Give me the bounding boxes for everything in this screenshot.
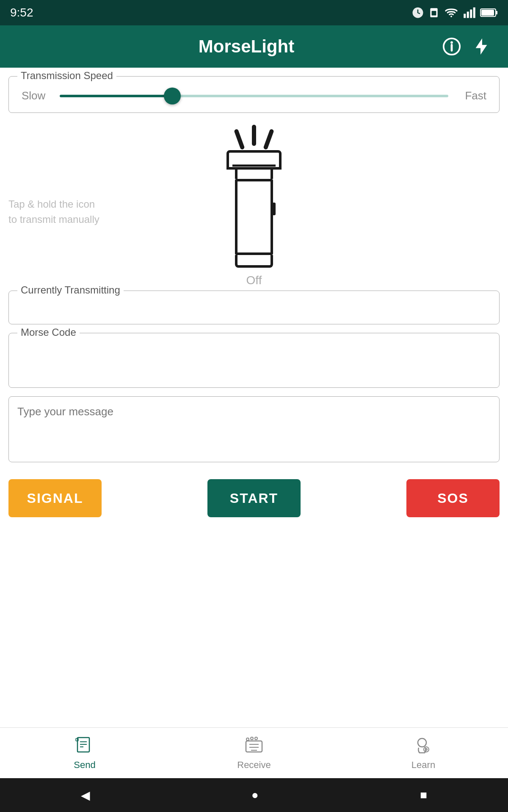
flashlight-body bbox=[226, 150, 282, 268]
learn-nav-icon bbox=[413, 736, 434, 757]
tap-hint: Tap & hold the icon to transmit manually bbox=[8, 197, 102, 227]
message-box[interactable] bbox=[8, 396, 500, 462]
svg-point-28 bbox=[424, 747, 429, 752]
receive-nav-icon bbox=[243, 736, 265, 757]
status-time: 9:52 bbox=[10, 6, 33, 19]
svg-rect-7 bbox=[473, 8, 475, 18]
flashlight-status: Off bbox=[246, 274, 262, 287]
currently-transmitting-label: Currently Transmitting bbox=[17, 284, 124, 296]
status-icons bbox=[411, 6, 498, 19]
flashlight-neck bbox=[235, 170, 273, 179]
svg-rect-4 bbox=[464, 14, 466, 18]
main-content: Transmission Speed Slow Fast Tap & hold … bbox=[0, 68, 508, 727]
sim-icon bbox=[428, 6, 439, 19]
slow-label: Slow bbox=[22, 89, 51, 102]
overlay-icon bbox=[411, 6, 424, 19]
nav-item-receive[interactable]: Receive bbox=[169, 736, 339, 771]
ray-left bbox=[234, 129, 245, 150]
svg-rect-6 bbox=[470, 10, 472, 18]
signal-icon bbox=[463, 6, 476, 19]
home-button[interactable]: ● bbox=[251, 788, 259, 802]
app-title: MorseLight bbox=[51, 36, 442, 57]
svg-point-26 bbox=[255, 737, 257, 740]
message-input[interactable] bbox=[17, 405, 491, 452]
transmission-speed-label: Transmission Speed bbox=[17, 70, 116, 82]
flashlight-head bbox=[226, 150, 282, 170]
flashlight-section: Tap & hold the icon to transmit manually… bbox=[8, 126, 500, 286]
svg-rect-10 bbox=[481, 10, 494, 16]
ray-right bbox=[263, 129, 274, 150]
system-nav: ◀ ● ■ bbox=[0, 778, 508, 812]
wifi-icon bbox=[444, 6, 459, 19]
svg-point-3 bbox=[450, 16, 452, 17]
flashlight-tail bbox=[235, 255, 273, 268]
fast-label: Fast bbox=[457, 89, 486, 102]
svg-point-13 bbox=[450, 41, 453, 44]
svg-point-25 bbox=[251, 737, 253, 740]
action-buttons: SIGNAL START SOS bbox=[8, 471, 500, 526]
morse-code-input[interactable] bbox=[17, 342, 491, 355]
svg-point-24 bbox=[246, 738, 249, 741]
morse-code-label: Morse Code bbox=[17, 326, 80, 338]
info-icon[interactable] bbox=[442, 37, 461, 56]
nav-item-send[interactable]: Send bbox=[0, 736, 169, 771]
sos-button[interactable]: SOS bbox=[406, 479, 500, 517]
currently-transmitting-input[interactable] bbox=[17, 299, 491, 313]
flashlight-icon[interactable] bbox=[226, 125, 282, 268]
nav-receive-label: Receive bbox=[237, 760, 271, 771]
svg-point-27 bbox=[418, 738, 426, 747]
flashlight-main-body bbox=[235, 179, 273, 255]
transmission-speed-box: Transmission Speed Slow Fast bbox=[8, 76, 500, 113]
battery-icon bbox=[480, 7, 498, 18]
svg-marker-14 bbox=[476, 38, 487, 55]
send-nav-icon bbox=[74, 736, 95, 757]
nav-item-learn[interactable]: Learn bbox=[339, 736, 508, 771]
currently-transmitting-box: Currently Transmitting bbox=[8, 291, 500, 324]
flash-icon[interactable] bbox=[472, 37, 491, 56]
app-bar-actions bbox=[442, 37, 491, 56]
svg-rect-5 bbox=[467, 12, 469, 18]
bottom-nav: Send Receive Learn bbox=[0, 727, 508, 778]
back-button[interactable]: ◀ bbox=[81, 788, 90, 802]
svg-point-29 bbox=[425, 749, 427, 750]
svg-rect-2 bbox=[432, 11, 436, 16]
start-button[interactable]: START bbox=[207, 479, 301, 517]
slider-row: Slow Fast bbox=[22, 89, 486, 102]
signal-button[interactable]: SIGNAL bbox=[8, 479, 102, 517]
nav-send-label: Send bbox=[74, 760, 95, 771]
flashlight-rays bbox=[236, 125, 272, 146]
nav-learn-label: Learn bbox=[411, 760, 435, 771]
ray-center bbox=[252, 125, 256, 146]
status-bar: 9:52 bbox=[0, 0, 508, 25]
svg-rect-9 bbox=[496, 11, 497, 14]
morse-code-box: Morse Code bbox=[8, 333, 500, 388]
recent-button[interactable]: ■ bbox=[420, 788, 427, 802]
app-bar: MorseLight bbox=[0, 25, 508, 68]
speed-slider[interactable] bbox=[60, 95, 448, 97]
